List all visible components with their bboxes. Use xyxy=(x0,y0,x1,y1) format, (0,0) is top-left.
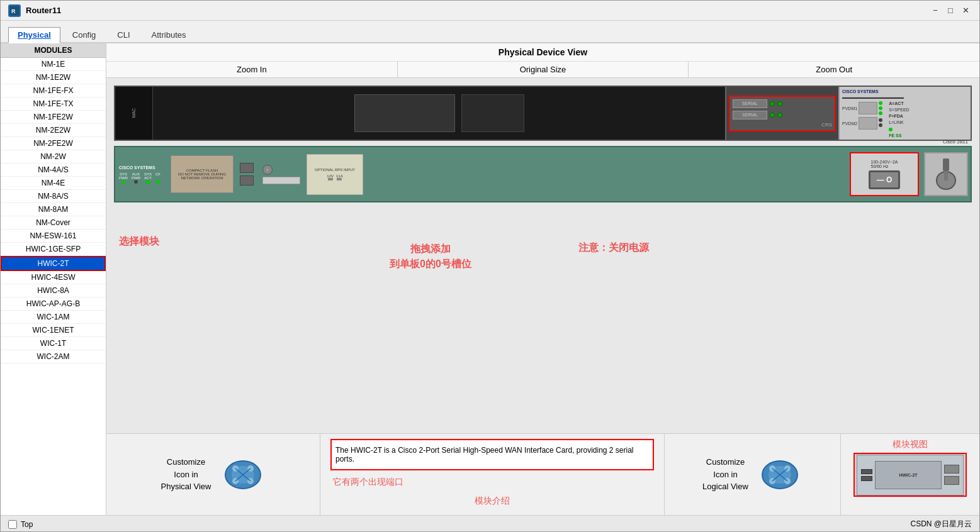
status-bar: Top CSDN @日星月云 xyxy=(1,515,979,532)
zoom-out-button[interactable]: Zoom Out xyxy=(689,62,979,77)
slot-highlight: SERIAL SERIAL CRS xyxy=(729,96,836,131)
top-label: Top xyxy=(21,520,33,529)
customize-physical-content: Customize Icon in Physical View xyxy=(116,456,310,494)
chassis-mac-area: MAC xyxy=(115,87,153,140)
customize-logical-icon[interactable] xyxy=(758,456,803,494)
usb-ports xyxy=(240,163,254,186)
power-switch[interactable]: — O xyxy=(869,170,900,189)
module-body: HWIC-2T xyxy=(875,461,942,489)
chassis-labels: CISCO SYSTEMS SYS PWR AUX PWR xyxy=(115,162,164,187)
svg-rect-4 xyxy=(944,171,948,180)
drag-add-annotation: 拖拽添加到单板0的0号槽位 xyxy=(390,241,471,272)
module-view-area: 模块视图 HWIC-2T xyxy=(841,434,979,515)
tab-config[interactable]: Config xyxy=(63,27,106,42)
sidebar-item-nm8am[interactable]: NM-8AM xyxy=(1,203,106,216)
sidebar-item-nm2fe2w[interactable]: NM-2FE2W xyxy=(1,137,106,150)
notice-power-annotation: 注意：关闭电源 xyxy=(578,241,649,255)
zoom-in-button[interactable]: Zoom In xyxy=(106,62,398,77)
original-size-button[interactable]: Original Size xyxy=(398,62,689,77)
description-area: The HWIC-2T is a Cisco 2-Port Serial Hig… xyxy=(320,434,665,515)
description-text: The HWIC-2T is a Cisco 2-Port Serial Hig… xyxy=(335,446,649,463)
sidebar-item-wic2am[interactable]: WIC-2AM xyxy=(1,350,106,363)
power-connector xyxy=(924,152,968,196)
module-ports-left xyxy=(861,469,872,481)
customize-logical-section: Customize Icon in Logical View xyxy=(665,434,841,515)
top-checkbox[interactable] xyxy=(8,520,17,529)
sidebar-item-nm1e2w[interactable]: NM-1E2W xyxy=(1,71,106,84)
module-image: HWIC-2T xyxy=(853,453,967,497)
app-icon: R xyxy=(8,4,21,17)
rps-area: • xyxy=(262,165,300,184)
sidebar-item-nm8as[interactable]: NM-8A/S xyxy=(1,190,106,203)
sidebar-item-nmesw161[interactable]: NM-ESW-161 xyxy=(1,230,106,243)
svg-rect-2 xyxy=(943,158,949,171)
select-module-annotation: 选择模块 xyxy=(119,235,159,248)
sidebar-item-nm1fe2w[interactable]: NM-1FE2W xyxy=(1,111,106,124)
sidebar-item-wic1t[interactable]: WIC-1T xyxy=(1,337,106,350)
router-bottom-chassis: CISCO SYSTEMS SYS PWR AUX PWR xyxy=(114,146,972,202)
window-controls: − □ ✕ xyxy=(929,4,972,17)
title-bar: R Router11 − □ ✕ xyxy=(1,1,979,21)
zoom-controls: Zoom In Original Size Zoom Out xyxy=(106,62,979,78)
module-card: HWIC-2T xyxy=(857,455,964,496)
sidebar-item-nm1fetx[interactable]: NM-1FE-TX xyxy=(1,97,106,111)
router-top-chassis: MAC SERIAL SERIA xyxy=(114,86,972,141)
customize-physical-label: Customize Icon in Physical View xyxy=(161,456,211,493)
main-area: MODULES NM-1E NM-1E2W NM-1FE-FX NM-1FE-T… xyxy=(1,43,979,515)
cisco-panel: CISCO SYSTEMS ▬▬▬▬▬▬▬▬▬▬▬▬▬▬ PVDM1 xyxy=(838,87,971,140)
title-bar-left: R Router11 xyxy=(8,4,61,17)
window-title: Router11 xyxy=(26,6,61,15)
module-ports-right xyxy=(944,465,959,485)
customize-logical-content: Customize Icon in Logical View xyxy=(675,456,830,494)
sidebar-item-nm1fefx[interactable]: NM-1FE-FX xyxy=(1,84,106,97)
chinese-ports-text: 它有两个出现端口 xyxy=(330,474,654,490)
svg-text:R: R xyxy=(11,8,16,14)
content-area: Physical Device View Zoom In Original Si… xyxy=(106,43,979,515)
status-left: Top xyxy=(8,520,33,529)
tabs-bar: Physical Config CLI Attributes xyxy=(1,21,979,43)
sidebar: MODULES NM-1E NM-1E2W NM-1FE-FX NM-1FE-T… xyxy=(1,43,106,515)
customize-logical-label: Customize Icon in Logical View xyxy=(702,456,748,493)
module-intro-label: 模块介绍 xyxy=(330,490,654,512)
sidebar-item-nm2e2w[interactable]: NM-2E2W xyxy=(1,124,106,137)
sidebar-item-hwic8a[interactable]: HWIC-8A xyxy=(1,284,106,297)
sidebar-item-hwic4esw[interactable]: HWIC-4ESW xyxy=(1,271,106,284)
tab-physical[interactable]: Physical xyxy=(8,27,60,43)
description-box: The HWIC-2T is a Cisco 2-Port Serial Hig… xyxy=(330,439,654,470)
sidebar-item-wic1enet[interactable]: WIC-1ENET xyxy=(1,324,106,337)
bottom-panel: Customize Icon in Physical View xyxy=(106,433,979,515)
customize-physical-icon[interactable] xyxy=(221,456,265,494)
maximize-button[interactable]: □ xyxy=(944,4,957,17)
sidebar-item-nm1e[interactable]: NM-1E xyxy=(1,58,106,71)
tab-attributes[interactable]: Attributes xyxy=(142,27,196,42)
sidebar-item-wic1am[interactable]: WIC-1AM xyxy=(1,311,106,324)
sidebar-item-nm4as[interactable]: NM-4A/S xyxy=(1,163,106,177)
module-view-label: 模块视图 xyxy=(893,439,928,450)
sidebar-item-hwicapagb[interactable]: HWIC-AP-AG-B xyxy=(1,297,106,311)
power-switch-area: 100-240V~2A50/60 Hz — O xyxy=(850,152,919,196)
watermark: CSDN @日星月云 xyxy=(910,519,972,529)
sidebar-item-hwic2t[interactable]: HWIC-2T xyxy=(1,256,106,271)
customize-logical-row: Customize Icon in Logical View xyxy=(702,456,803,494)
minimize-button[interactable]: − xyxy=(929,4,942,17)
sidebar-item-nmcover[interactable]: NM-Cover xyxy=(1,216,106,230)
close-button[interactable]: ✕ xyxy=(959,4,972,17)
sidebar-item-hwic1gesfp[interactable]: HWIC-1GE-SFP xyxy=(1,243,106,256)
customize-physical-row: Customize Icon in Physical View xyxy=(161,456,266,494)
device-visual: MAC SERIAL SERIA xyxy=(106,78,979,433)
sidebar-item-nm4e[interactable]: NM-4E xyxy=(1,177,106,190)
device-view-header: Physical Device View xyxy=(106,43,979,62)
compact-flash: COMPACT FLASHDO NOT REMOVE DURING NETWOR… xyxy=(171,155,234,193)
sidebar-header: MODULES xyxy=(1,43,106,58)
optional-rps: OPTIONAL RPS INPUT 12V 11A xyxy=(307,154,363,195)
chassis-slot-area: SERIAL SERIAL CRS xyxy=(725,87,838,140)
sidebar-item-nm2w[interactable]: NM-2W xyxy=(1,150,106,163)
chassis-middle xyxy=(153,87,725,140)
customize-physical-section: Customize Icon in Physical View xyxy=(106,434,320,515)
tab-cli[interactable]: CLI xyxy=(108,27,139,42)
